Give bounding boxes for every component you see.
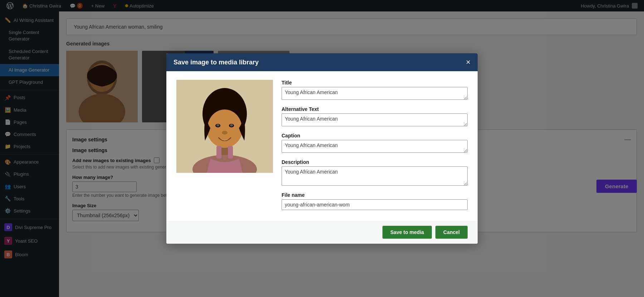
title-field-label: Title bbox=[282, 80, 468, 86]
modal-header: Save image to media library × bbox=[166, 53, 478, 71]
alt-text-textarea[interactable]: Young African American bbox=[282, 113, 468, 126]
svg-point-14 bbox=[216, 124, 219, 127]
description-field-label: Description bbox=[282, 159, 468, 165]
modal-close-button[interactable]: × bbox=[466, 58, 470, 66]
save-to-media-button[interactable]: Save to media bbox=[382, 226, 432, 239]
svg-rect-18 bbox=[228, 146, 233, 159]
caption-field-group: Caption Young African American bbox=[282, 133, 468, 154]
modal-preview-svg bbox=[176, 80, 273, 173]
modal-fields: Title Young African American Alternative… bbox=[282, 80, 468, 215]
title-textarea[interactable]: Young African American bbox=[282, 87, 468, 100]
svg-rect-17 bbox=[216, 146, 221, 159]
filename-field-label: File name bbox=[282, 192, 468, 198]
alt-text-textarea-wrap: Young African American bbox=[282, 113, 468, 128]
modal-image-preview bbox=[176, 80, 273, 173]
svg-point-11 bbox=[208, 109, 242, 147]
svg-point-15 bbox=[230, 124, 233, 127]
modal-footer: Save to media Cancel bbox=[166, 221, 478, 244]
title-textarea-wrap: Young African American bbox=[282, 87, 468, 101]
caption-field-label: Caption bbox=[282, 133, 468, 138]
filename-field-group: File name bbox=[282, 192, 468, 210]
description-textarea[interactable]: Young African American bbox=[282, 166, 468, 186]
save-image-modal: Save image to media library × bbox=[166, 53, 478, 244]
description-field-group: Description Young African American bbox=[282, 159, 468, 187]
title-field-group: Title Young African American bbox=[282, 80, 468, 101]
filename-input[interactable] bbox=[282, 199, 468, 210]
modal-title: Save image to media library bbox=[174, 59, 259, 66]
caption-textarea[interactable]: Young African American bbox=[282, 140, 468, 153]
svg-point-16 bbox=[222, 131, 228, 135]
description-textarea-wrap: Young African American bbox=[282, 166, 468, 187]
caption-textarea-wrap: Young African American bbox=[282, 140, 468, 154]
alt-text-field-group: Alternative Text Young African American bbox=[282, 106, 468, 128]
cancel-button[interactable]: Cancel bbox=[435, 226, 468, 239]
alt-text-field-label: Alternative Text bbox=[282, 106, 468, 112]
modal-body: Title Young African American Alternative… bbox=[166, 71, 478, 221]
modal-overlay: Save image to media library × bbox=[0, 0, 644, 297]
